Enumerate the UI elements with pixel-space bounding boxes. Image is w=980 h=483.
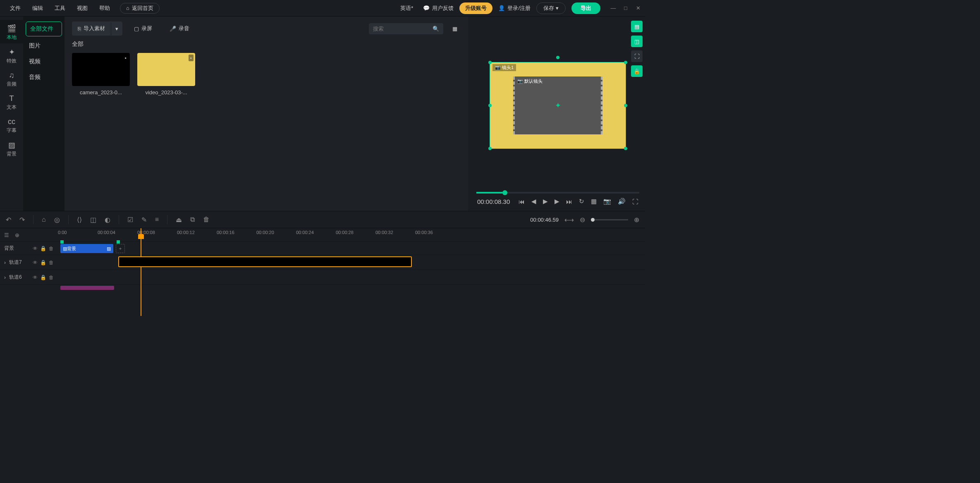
- handle-r[interactable]: [624, 104, 627, 107]
- volume-button[interactable]: 🔊: [618, 198, 626, 205]
- eye-icon[interactable]: 👁: [33, 275, 38, 280]
- eye-icon[interactable]: 👁: [33, 260, 38, 265]
- track-options-button[interactable]: ☰: [4, 232, 9, 238]
- trash-icon[interactable]: 🗑: [49, 246, 54, 251]
- lock-icon[interactable]: 🔒: [40, 275, 46, 280]
- video-clip[interactable]: [118, 271, 413, 282]
- fullscreen-button[interactable]: ⛶: [632, 198, 638, 205]
- goto-end-button[interactable]: ⏭: [566, 198, 572, 205]
- loop-button[interactable]: ↻: [579, 198, 584, 205]
- nav-effects[interactable]: ✦特效: [0, 43, 23, 67]
- track-extra-body[interactable]: [58, 285, 645, 290]
- fit-button[interactable]: ⟷: [564, 216, 574, 224]
- menu-file[interactable]: 文件: [4, 5, 26, 12]
- marker-end[interactable]: [117, 240, 120, 244]
- track-bg-head[interactable]: 背景 👁🔒🗑: [0, 245, 58, 252]
- prev-frame-button[interactable]: ◀: [531, 198, 536, 205]
- import-dropdown[interactable]: ▾: [111, 22, 122, 35]
- grid-view-button[interactable]: ▦: [449, 22, 461, 35]
- edit-button[interactable]: ✎: [141, 216, 147, 224]
- nav-local[interactable]: 🎬本地: [0, 20, 23, 43]
- login-button[interactable]: 👤 登录/注册: [498, 5, 531, 12]
- nav-subtitle[interactable]: cc字幕: [0, 113, 23, 136]
- menu-help[interactable]: 帮助: [93, 5, 116, 12]
- zoom-slider[interactable]: [591, 219, 628, 220]
- snapshot-button[interactable]: 📷: [603, 198, 611, 205]
- preview-progress[interactable]: [476, 192, 639, 194]
- bg-clip[interactable]: ▨ 背景 ▨: [60, 244, 113, 253]
- undo-button[interactable]: ↶: [6, 216, 11, 224]
- add-track-button[interactable]: ⊕: [15, 232, 19, 238]
- lock-icon[interactable]: 🔒: [40, 246, 46, 251]
- feedback-button[interactable]: 💬 用户反馈: [423, 5, 454, 12]
- lock-button[interactable]: ⏏: [176, 216, 182, 224]
- nav-background[interactable]: ▨背景: [0, 136, 23, 160]
- code-button[interactable]: ⟨⟩: [77, 216, 82, 224]
- eye-icon[interactable]: 👁: [33, 246, 38, 251]
- menu-view[interactable]: 视图: [71, 5, 93, 12]
- menu-tool[interactable]: 工具: [49, 5, 71, 12]
- handle-tl[interactable]: [488, 61, 492, 64]
- screen-record-button[interactable]: ▢录屏: [128, 22, 158, 36]
- track-6-head[interactable]: › 轨道6 👁🔒🗑: [0, 274, 58, 281]
- import-label: 导入素材: [84, 25, 105, 32]
- play-button[interactable]: ▶: [543, 198, 548, 205]
- crop-button[interactable]: ◫: [90, 216, 96, 224]
- nav-audio[interactable]: ♫音频: [0, 67, 23, 90]
- track-7-head[interactable]: › 轨道7 👁🔒🗑: [0, 259, 58, 266]
- track-bg-body[interactable]: ▨ 背景 ▨ +: [58, 242, 645, 255]
- search-box[interactable]: 🔍: [369, 23, 443, 34]
- goto-start-button[interactable]: ⏮: [519, 198, 525, 205]
- progress-thumb[interactable]: [502, 190, 507, 195]
- import-button[interactable]: ⎘导入素材 ▾: [72, 22, 122, 36]
- selected-clip[interactable]: [118, 256, 412, 267]
- maximize-button[interactable]: □: [623, 5, 629, 11]
- document-title[interactable]: 英语*: [396, 5, 417, 12]
- close-button[interactable]: ✕: [635, 5, 641, 11]
- trash-icon[interactable]: 🗑: [49, 260, 54, 265]
- redo-button[interactable]: ↷: [19, 216, 25, 224]
- filecol-image[interactable]: 图片: [23, 38, 65, 54]
- zoom-in-button[interactable]: ⊕: [634, 216, 639, 224]
- handle-br[interactable]: [624, 147, 627, 150]
- home-button[interactable]: ⌂ 返回首页: [120, 3, 160, 14]
- inner-frame[interactable]: 📷 默认镜头 ✦: [513, 77, 602, 134]
- audio-record-button[interactable]: 🎤录音: [164, 22, 195, 36]
- preview-canvas-wrap[interactable]: 📷 镜头1 📷 默认镜头 ✦: [472, 21, 643, 190]
- next-frame-button[interactable]: ▶: [555, 198, 559, 205]
- search-input[interactable]: [373, 26, 427, 32]
- preview-canvas[interactable]: 📷 镜头1 📷 默认镜头 ✦: [490, 62, 626, 149]
- track-6-body[interactable]: [58, 270, 645, 285]
- track-7-body[interactable]: [58, 255, 645, 270]
- target-button[interactable]: ◎: [54, 216, 60, 224]
- export-button[interactable]: 导出: [571, 2, 600, 14]
- menu-edit[interactable]: 编辑: [26, 5, 49, 12]
- save-button[interactable]: 保存 ▾: [536, 2, 566, 14]
- marker-start[interactable]: [60, 240, 64, 244]
- filecol-video[interactable]: 视频: [23, 54, 65, 69]
- nav-text[interactable]: T文本: [0, 90, 23, 113]
- layers-button[interactable]: ≡: [155, 216, 159, 223]
- add-clip-button[interactable]: +: [116, 244, 125, 253]
- purple-clip[interactable]: [60, 286, 114, 290]
- trash-icon[interactable]: 🗑: [49, 275, 54, 280]
- copy-button[interactable]: ⧉: [190, 216, 195, 223]
- filecol-audio[interactable]: 音频: [23, 69, 65, 85]
- timeline-ruler[interactable]: 0:00 00:00:04 00:00:08 00:00:12 00:00:16…: [58, 228, 645, 242]
- handle-l[interactable]: [488, 104, 492, 107]
- marker-button[interactable]: ⌂: [42, 216, 46, 223]
- lock-icon[interactable]: 🔒: [40, 260, 46, 265]
- delete-button[interactable]: 🗑: [203, 216, 210, 223]
- check-button[interactable]: ☑: [127, 216, 133, 224]
- media-item-1[interactable]: ▪ video_2023-03-...: [137, 53, 195, 96]
- upgrade-button[interactable]: 升级账号: [459, 2, 492, 14]
- handle-tr[interactable]: [624, 61, 627, 64]
- handle-bl[interactable]: [488, 147, 492, 150]
- grid-button[interactable]: ▦: [591, 198, 597, 205]
- mirror-button[interactable]: ◐: [105, 216, 110, 224]
- minimize-button[interactable]: —: [610, 5, 616, 11]
- media-item-0[interactable]: ▪ camera_2023-0...: [72, 53, 130, 96]
- rotate-handle[interactable]: [556, 56, 559, 59]
- zoom-out-button[interactable]: ⊖: [580, 216, 585, 224]
- filecol-all[interactable]: 全部文件: [26, 22, 62, 36]
